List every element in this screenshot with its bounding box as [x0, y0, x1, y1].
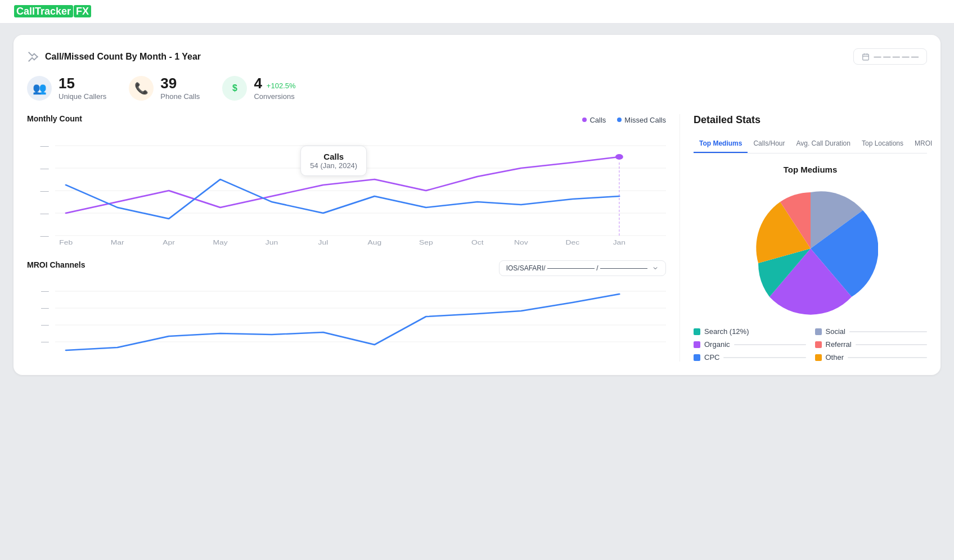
organic-color-dot: [694, 341, 700, 348]
tab-top-locations[interactable]: Top Locations: [856, 135, 909, 153]
monthly-count-title: Monthly Count: [27, 114, 82, 123]
cpc-line: [723, 357, 806, 358]
legend-social: Social: [815, 327, 928, 336]
cpc-color-dot: [694, 354, 700, 361]
search-color-dot: [694, 328, 700, 335]
unique-callers-number: 15: [58, 76, 106, 91]
legend-organic: Organic: [694, 340, 806, 349]
svg-text:—: —: [40, 142, 50, 149]
conversions-icon: $: [222, 76, 247, 101]
svg-text:—: —: [40, 187, 50, 194]
tab-calls-hour[interactable]: Calls/Hour: [748, 135, 790, 153]
organic-line: [734, 344, 806, 345]
svg-text:May: May: [213, 240, 228, 246]
social-label: Social: [826, 327, 845, 336]
monthly-count-chart: Calls 54 (Jan, 2024) — —: [27, 134, 666, 247]
search-label: Search (12%): [704, 327, 749, 336]
date-range-text: — — — — —: [874, 52, 919, 61]
tabs-row: Top Mediums Calls/Hour Avg. Call Duratio…: [694, 135, 927, 153]
svg-text:Dec: Dec: [565, 240, 579, 246]
pie-chart-container: [694, 181, 927, 316]
other-label: Other: [826, 353, 844, 362]
logo-badge: FX: [74, 5, 91, 17]
missed-legend-dot: [617, 118, 622, 122]
date-picker-button[interactable]: — — — — —: [853, 48, 927, 65]
unique-callers-label: Unique Callers: [58, 92, 106, 101]
svg-text:Jul: Jul: [318, 240, 328, 246]
svg-text:Sep: Sep: [419, 240, 433, 246]
mroi-header: MROI Channels IOS/SAFARI/ ——————— / ————…: [27, 260, 666, 276]
phone-calls-number: 39: [160, 76, 200, 91]
stat-conversions: $ 4 +102.5% Conversions: [222, 76, 295, 101]
detailed-stats-title: Detailed Stats: [694, 114, 927, 126]
right-column: Detailed Stats Top Mediums Calls/Hour Av…: [680, 114, 927, 362]
pie-chart-title: Top Mediums: [694, 165, 927, 174]
monthly-count-section: Monthly Count Calls Missed Calls: [27, 114, 666, 247]
calls-legend-item: Calls: [582, 116, 606, 124]
svg-text:—: —: [41, 288, 50, 295]
chart-legend: Calls Missed Calls: [582, 116, 666, 124]
svg-text:—: —: [41, 338, 50, 345]
stat-unique-callers-info: 15 Unique Callers: [58, 76, 106, 101]
svg-text:—: —: [40, 210, 50, 216]
logo-text: CallTracker: [14, 5, 73, 17]
social-color-dot: [815, 328, 822, 335]
card-title: Call/Missed Count By Month - 1 Year: [45, 52, 201, 62]
social-line: [849, 331, 927, 332]
mroi-chart: — — — —: [27, 283, 666, 356]
missed-legend-label: Missed Calls: [624, 116, 666, 124]
referral-color-dot: [815, 341, 822, 348]
other-color-dot: [815, 354, 822, 361]
phone-calls-label: Phone Calls: [160, 92, 200, 101]
main-card: Call/Missed Count By Month - 1 Year — — …: [14, 35, 940, 375]
referral-line: [856, 344, 927, 345]
svg-text:Mar: Mar: [111, 240, 124, 246]
unique-callers-icon: 👥: [27, 76, 52, 101]
stat-conversions-info: 4 +102.5% Conversions: [254, 76, 295, 101]
tab-avg-call-duration[interactable]: Avg. Call Duration: [790, 135, 856, 153]
conversions-change: +102.5%: [267, 82, 296, 90]
stat-unique-callers: 👥 15 Unique Callers: [27, 76, 106, 101]
stats-row: 👥 15 Unique Callers 📞 39 Phone Calls $: [27, 76, 927, 101]
left-column: Monthly Count Calls Missed Calls: [27, 114, 666, 362]
svg-text:—: —: [41, 322, 50, 328]
svg-rect-0: [862, 54, 868, 60]
missed-legend-item: Missed Calls: [617, 116, 666, 124]
organic-label: Organic: [704, 340, 730, 349]
legend-cpc: CPC: [694, 353, 806, 362]
svg-text:Apr: Apr: [163, 240, 175, 246]
legend-other: Other: [815, 353, 928, 362]
logo: CallTrackerFX: [14, 6, 91, 17]
main-content: Call/Missed Count By Month - 1 Year — — …: [0, 24, 954, 560]
other-line: [848, 357, 927, 358]
svg-text:—: —: [40, 232, 50, 239]
svg-text:Nov: Nov: [514, 240, 528, 246]
svg-text:Aug: Aug: [368, 240, 382, 246]
mroi-dropdown-label: IOS/SAFARI/ ——————— / ———————: [506, 264, 647, 272]
svg-text:Oct: Oct: [471, 240, 484, 246]
pie-legend: Search (12%) Social Organic: [694, 327, 927, 362]
card-header: Call/Missed Count By Month - 1 Year — — …: [27, 48, 927, 65]
svg-text:Feb: Feb: [59, 240, 73, 246]
conversions-label: Conversions: [254, 92, 295, 101]
mroi-title: MROI Channels: [27, 260, 85, 269]
tab-top-mediums[interactable]: Top Mediums: [694, 135, 748, 153]
top-bar: CallTrackerFX: [0, 0, 954, 24]
mroi-dropdown[interactable]: IOS/SAFARI/ ——————— / ———————: [499, 260, 666, 276]
tab-mroi[interactable]: MROI: [909, 135, 938, 153]
svg-text:—: —: [40, 165, 50, 171]
calls-legend-label: Calls: [590, 116, 606, 124]
referral-label: Referral: [826, 340, 852, 349]
conversions-number: 4: [254, 76, 262, 91]
legend-search: Search (12%): [694, 327, 806, 336]
phone-calls-icon: 📞: [129, 76, 154, 101]
stat-phone-calls-info: 39 Phone Calls: [160, 76, 200, 101]
svg-text:Jan: Jan: [613, 240, 626, 246]
tooltip-dot: [615, 154, 623, 160]
calendar-icon: [862, 53, 870, 61]
cpc-label: CPC: [704, 353, 719, 362]
monthly-count-svg: — — — — —: [27, 134, 666, 247]
svg-text:—: —: [41, 305, 50, 311]
two-column-layout: Monthly Count Calls Missed Calls: [27, 114, 927, 362]
card-title-row: Call/Missed Count By Month - 1 Year: [27, 51, 201, 63]
